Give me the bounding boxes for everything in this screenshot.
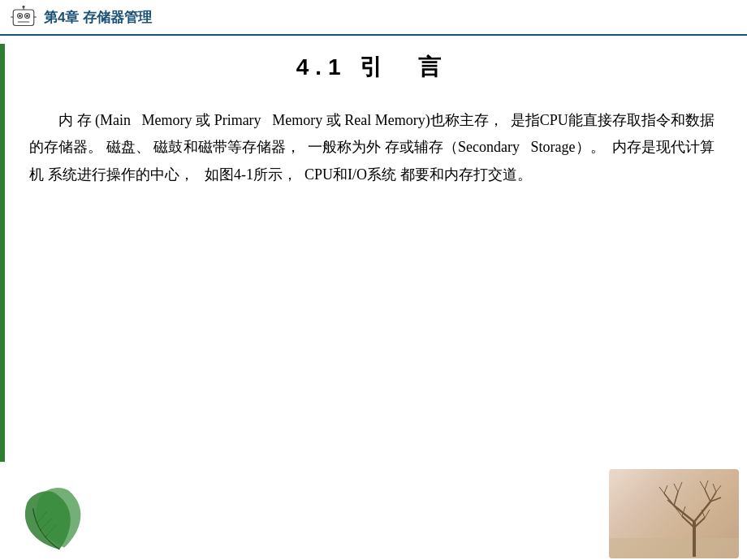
svg-line-29: [716, 485, 721, 492]
header-icon: [8, 5, 39, 29]
svg-line-27: [705, 480, 708, 489]
svg-line-18: [667, 500, 674, 506]
svg-line-31: [682, 506, 685, 516]
svg-line-20: [710, 492, 716, 502]
svg-line-15: [694, 518, 705, 528]
svg-line-25: [678, 482, 682, 492]
svg-point-7: [23, 6, 25, 8]
svg-line-17: [674, 492, 678, 506]
bottom-decorations: [5, 461, 747, 558]
svg-line-12: [674, 506, 694, 522]
svg-point-3: [19, 15, 21, 17]
svg-line-14: [682, 516, 694, 528]
paragraph-text: 内 存 (Main Memory 或 Primary Memory 或 Real…: [29, 107, 715, 188]
svg-line-32: [702, 510, 705, 518]
svg-rect-0: [13, 10, 34, 26]
svg-line-33: [705, 510, 710, 518]
section-title: 4.1 引 言: [29, 52, 715, 83]
svg-line-23: [664, 485, 667, 493]
svg-point-4: [26, 15, 28, 17]
svg-rect-10: [609, 538, 739, 558]
svg-line-13: [694, 502, 710, 522]
svg-line-26: [700, 481, 705, 489]
svg-line-30: [676, 508, 682, 516]
svg-line-22: [659, 487, 664, 493]
svg-line-16: [664, 493, 674, 506]
header-bar: 第4章 存储器管理: [0, 0, 747, 36]
svg-line-24: [674, 484, 678, 492]
leaf-icon: [13, 485, 86, 558]
tree-decoration: [609, 469, 739, 558]
body-paragraph: 内 存 (Main Memory 或 Primary Memory 或 Real…: [29, 107, 715, 188]
svg-line-19: [705, 489, 710, 502]
header-title: 第4章 存储器管理: [44, 8, 152, 27]
svg-line-21: [710, 498, 721, 502]
svg-line-28: [713, 484, 716, 492]
content-wrapper: 4.1 引 言 内 存 (Main Memory 或 Primary Memor…: [0, 36, 747, 558]
main-content: 4.1 引 言 内 存 (Main Memory 或 Primary Memor…: [5, 36, 747, 558]
